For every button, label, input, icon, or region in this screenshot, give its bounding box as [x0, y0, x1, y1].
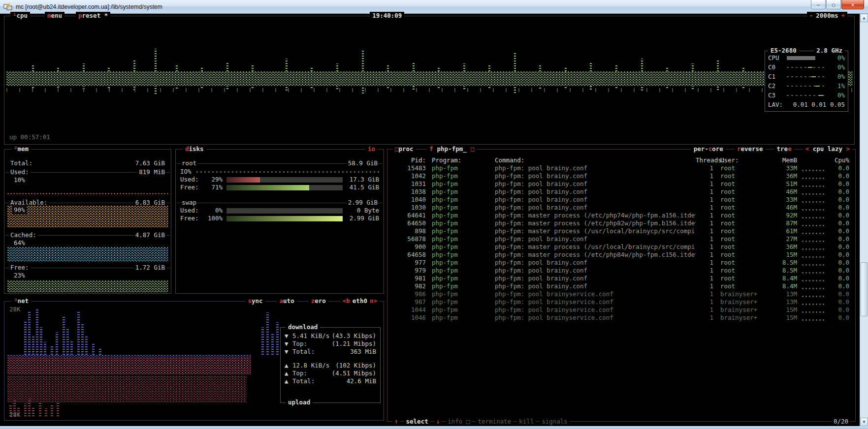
arrow-icon: ▲ [285, 369, 292, 377]
tab-cpu[interactable]: ¹cpu [10, 12, 30, 20]
menu-button[interactable]: menu [45, 12, 64, 20]
process-cpu-minigraph [802, 191, 825, 195]
arrow-icon: ▼ [285, 340, 292, 348]
disk-swap-used-bar [226, 208, 343, 214]
io-toggle[interactable]: io [365, 145, 378, 153]
table-row[interactable]: 900php-fpmphp-fpm: master process (/usr/… [387, 243, 855, 251]
mem-free-graph [7, 280, 168, 292]
net-zero-button[interactable]: zero [309, 297, 328, 305]
tab-disks[interactable]: disks [183, 145, 206, 153]
table-row[interactable]: 1042php-fpmphp-fpm: pool brainy.conf1roo… [387, 172, 855, 180]
disk-root-free-bar [226, 185, 343, 190]
title-bar[interactable]: mc [root@ub24.itdeveloper.com.ua]:/lib/s… [0, 0, 868, 14]
tree-toggle[interactable]: tree [774, 145, 794, 153]
mem-free-label: Free: [9, 264, 31, 272]
close-button[interactable]: ✕ [841, 0, 864, 9]
select-up-arrow[interactable]: ↑ [392, 418, 400, 426]
table-row[interactable]: 1040php-fpmphp-fpm: pool brainy.conf1roo… [387, 196, 855, 204]
table-row[interactable]: 64641php-fpmphp-fpm: master process (/et… [387, 212, 855, 219]
select-label: select [404, 418, 430, 426]
table-row[interactable]: 1046php-fpmphp-fpm: pool brainyservice.c… [387, 314, 855, 322]
filter-clear-icon[interactable]: □ [471, 145, 475, 153]
process-cpu-minigraph [802, 214, 825, 218]
net-upload-spikes [7, 402, 71, 416]
table-row[interactable]: 1031php-fpmphp-fpm: pool brainy.conf1roo… [387, 180, 855, 188]
disk-root-io-label: IO% [180, 168, 192, 176]
info-button[interactable]: info □ [446, 418, 472, 426]
mem-used-label: Used: [9, 168, 31, 176]
disk-root-free-row: Free: 71% 41.5 GiB [176, 184, 384, 191]
table-row[interactable]: 64658php-fpmphp-fpm: master process (/et… [387, 251, 855, 259]
process-cpu-minigraph [802, 246, 825, 250]
mem-used-graph [7, 193, 168, 195]
cpu-core-panel: E5-2680 2.8 GHz CPU0%C00%C10%C21%C30% LA… [765, 51, 848, 112]
cpu-graph-spikes [6, 45, 852, 71]
process-cpu-minigraph [802, 277, 825, 281]
table-row[interactable]: 986php-fpmphp-fpm: pool brainyservice.co… [387, 290, 855, 298]
select-down-arrow[interactable]: ↓ [434, 418, 442, 426]
tab-net[interactable]: ³net [11, 297, 31, 305]
interval-decrease-button[interactable]: - [809, 12, 813, 19]
signals-button[interactable]: signals [540, 418, 570, 426]
scroll-down-arrow-icon[interactable]: ▼ [860, 418, 868, 426]
cpu-core-row: C30% [768, 91, 845, 100]
scrollbar[interactable]: ▲ ▼ [860, 14, 868, 426]
table-row[interactable]: 987php-fpmphp-fpm: pool brainyservice.co… [387, 298, 855, 306]
table-row[interactable]: 1044php-fpmphp-fpm: pool brainyservice.c… [387, 306, 855, 314]
table-row[interactable]: 979php-fpmphp-fpm: pool brainy.conf1root… [387, 267, 855, 275]
mem-used-value: 819 MiB [137, 168, 166, 176]
net-box: ³net sync auto zero <beth0n> 28K 28K dow… [4, 301, 384, 421]
uptime-label: up 00:57:01 [9, 133, 50, 141]
upload-title: upload [286, 398, 313, 406]
reverse-toggle[interactable]: reverse [735, 145, 766, 153]
sort-selector[interactable]: < cpu lazy > [803, 145, 852, 153]
maximize-button[interactable]: ▢ [826, 0, 841, 9]
terminate-button[interactable]: terminate [476, 418, 513, 426]
process-cpu-minigraph [802, 270, 825, 274]
table-row[interactable]: 982php-fpmphp-fpm: pool brainy.conf1root… [387, 282, 855, 290]
table-row[interactable]: 1038php-fpmphp-fpm: pool brainy.conf1roo… [387, 188, 855, 196]
disks-box: disks io root 58.9 GiB IO% Used: 29% 17.… [175, 149, 384, 294]
tab-mem[interactable]: ²mem [11, 145, 31, 153]
per-core-toggle[interactable]: per-core [691, 145, 726, 153]
cpu-core-row: C00% [768, 62, 845, 72]
process-cpu-minigraph [802, 207, 825, 211]
mem-cached-row: Cached: 4.87 GiB [4, 231, 171, 239]
kill-button[interactable]: kill [517, 418, 536, 426]
disk-root-used-row: Used: 29% 17.3 GiB [176, 176, 384, 184]
scrollbar-thumb[interactable] [861, 262, 868, 316]
disk-swap-row: swap 2.99 GiB [176, 199, 384, 207]
cpu-box: ¹cpu menu preset * 19:40:09 -2000ms+ up … [4, 16, 855, 145]
process-cpu-minigraph [802, 301, 825, 305]
net-stat-row: ▲Total:42.6 MiB [285, 377, 376, 385]
table-row[interactable]: 981php-fpmphp-fpm: pool brainy.conf1root… [387, 275, 855, 282]
disk-root-used-bar [226, 177, 343, 183]
net-auto-button[interactable]: auto [277, 297, 297, 305]
tab-proc[interactable]: □proc [392, 145, 416, 153]
proc-filter-input[interactable]: fphp-fpm_□ [427, 145, 477, 153]
interval-increase-button[interactable]: + [841, 12, 845, 19]
disk-root-row: root 58.9 GiB [176, 159, 384, 167]
table-row[interactable]: 56878php-fpmphp-fpm: pool brainy.conf1ro… [387, 235, 855, 243]
mem-total-value: 7.63 GiB [134, 159, 166, 167]
mem-cached-label: Cached: [9, 231, 38, 239]
preset-button[interactable]: preset * [76, 12, 110, 20]
table-row[interactable]: 977php-fpmphp-fpm: pool brainy.conf1root… [387, 259, 855, 267]
table-row[interactable]: 898php-fpmphp-fpm: master process (/usr/… [387, 227, 855, 235]
net-stat-row: ▼5.41 KiB/s(43.3 Kibps) [285, 332, 376, 340]
scroll-up-arrow-icon[interactable]: ▲ [860, 14, 868, 22]
upload-rows: ▲12.8 KiB/s(102 Kibps)▲Top:(4.51 Mibps)▲… [285, 362, 376, 385]
mem-total-label: Total: [9, 159, 34, 167]
table-row[interactable]: 64650php-fpmphp-fpm: master process (/et… [387, 219, 855, 227]
cpu-core-row: C21% [768, 81, 845, 91]
table-row[interactable]: 1030php-fpmphp-fpm: pool brainy.conf1roo… [387, 204, 855, 212]
net-interface-switcher[interactable]: <beth0n> [340, 297, 380, 305]
minimize-button[interactable]: — [811, 0, 826, 9]
process-cpu-minigraph [802, 183, 825, 187]
mem-free-row: Free: 1.72 GiB [4, 264, 171, 272]
net-sync-button[interactable]: sync [245, 297, 265, 305]
disk-swap-name: swap [180, 199, 198, 207]
table-row[interactable]: 15483php-fpmphp-fpm: pool brainy.conf1ro… [387, 164, 855, 172]
sort-next-arrow[interactable]: > [846, 145, 850, 153]
download-title: download [286, 323, 320, 331]
